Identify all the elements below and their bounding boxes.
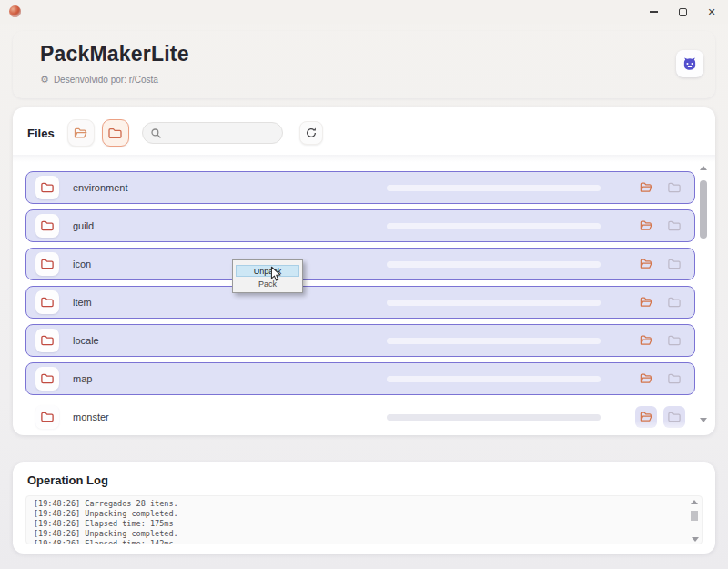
scroll-up-icon[interactable] bbox=[691, 500, 698, 504]
file-row[interactable]: monster bbox=[25, 401, 695, 433]
search-input[interactable] bbox=[167, 128, 275, 138]
unpack-row-button[interactable] bbox=[635, 406, 657, 428]
folder-icon bbox=[40, 257, 55, 271]
progress-strip bbox=[387, 185, 601, 191]
pack-row-button[interactable] bbox=[663, 291, 685, 313]
files-section-label: Files bbox=[27, 127, 55, 140]
pack-all-button[interactable] bbox=[102, 119, 129, 147]
log-line: [19:48:26] Unpacking completed. bbox=[34, 509, 683, 519]
file-name: environment bbox=[73, 182, 128, 193]
header-card: PackMakerLite ⚙ Desenvolvido por: r/Cost… bbox=[13, 31, 715, 98]
context-menu-item[interactable]: Unpack bbox=[236, 265, 299, 277]
folder-icon bbox=[40, 180, 55, 195]
mascot-button[interactable] bbox=[676, 50, 703, 77]
unpack-all-button[interactable] bbox=[67, 119, 95, 147]
gear-icon: ⚙ bbox=[40, 74, 49, 86]
open-folder-icon bbox=[73, 126, 88, 141]
file-name: item bbox=[73, 297, 92, 308]
minimize-button[interactable] bbox=[648, 6, 659, 17]
open-folder-icon bbox=[639, 410, 653, 424]
files-toolbar: Files bbox=[27, 119, 323, 147]
folder-chip bbox=[35, 405, 59, 429]
row-actions bbox=[635, 291, 685, 313]
open-folder-icon bbox=[639, 295, 653, 310]
close-button[interactable]: ✕ bbox=[706, 6, 717, 17]
app-logo-icon bbox=[9, 5, 21, 17]
pack-row-button[interactable] bbox=[663, 368, 685, 390]
cursor-arrow-icon bbox=[270, 266, 284, 283]
progress-strip bbox=[387, 223, 601, 229]
page-title: PackMakerLite bbox=[40, 42, 189, 66]
app-window: ✕ PackMakerLite ⚙ Desenvolvido por: r/Co… bbox=[0, 0, 728, 569]
file-name: guild bbox=[73, 220, 94, 231]
search-box bbox=[142, 122, 283, 144]
unpack-row-button[interactable] bbox=[635, 253, 657, 275]
maximize-button[interactable] bbox=[677, 6, 688, 17]
operation-log-box: [19:48:26] Carregados 28 itens. [19:48:2… bbox=[25, 495, 703, 544]
file-row[interactable]: environment bbox=[25, 171, 695, 204]
titlebar: ✕ bbox=[0, 0, 728, 24]
minimize-icon bbox=[650, 11, 658, 12]
file-name: icon bbox=[73, 259, 91, 269]
file-name: monster bbox=[73, 412, 109, 422]
file-row[interactable]: guild bbox=[25, 209, 695, 242]
pack-row-button[interactable] bbox=[663, 330, 685, 351]
unpack-row-button[interactable] bbox=[635, 291, 657, 313]
log-scrollbar[interactable] bbox=[690, 500, 699, 542]
folder-chip bbox=[35, 367, 59, 391]
open-folder-icon bbox=[639, 218, 653, 233]
row-actions bbox=[635, 330, 685, 351]
open-folder-icon bbox=[639, 371, 653, 386]
open-folder-icon bbox=[639, 180, 653, 195]
scroll-down-icon[interactable] bbox=[700, 418, 707, 422]
scroll-up-icon[interactable] bbox=[700, 166, 707, 170]
row-actions bbox=[635, 406, 685, 428]
close-icon: ✕ bbox=[707, 7, 715, 17]
closed-folder-icon bbox=[667, 333, 682, 348]
file-row[interactable]: locale bbox=[25, 324, 695, 357]
maximize-icon bbox=[679, 8, 687, 16]
unpack-row-button[interactable] bbox=[635, 368, 657, 390]
row-actions bbox=[635, 215, 685, 237]
folder-icon bbox=[40, 218, 55, 233]
folder-icon bbox=[40, 333, 55, 348]
context-menu-item[interactable]: Pack bbox=[236, 278, 299, 290]
unpack-row-button[interactable] bbox=[635, 215, 657, 237]
open-folder-icon bbox=[639, 257, 653, 271]
files-scrollbar[interactable] bbox=[698, 166, 709, 422]
row-actions bbox=[635, 253, 685, 275]
unpack-row-button[interactable] bbox=[635, 330, 657, 351]
folder-chip bbox=[35, 252, 59, 276]
file-row[interactable]: icon bbox=[25, 248, 695, 280]
subtitle-text: Desenvolvido por: r/Costa bbox=[54, 75, 158, 85]
pack-row-button[interactable] bbox=[663, 215, 685, 237]
closed-folder-icon bbox=[667, 371, 682, 386]
pack-row-button[interactable] bbox=[663, 406, 685, 428]
pack-row-button[interactable] bbox=[663, 177, 685, 198]
files-panel: Files bbox=[13, 107, 715, 435]
unpack-row-button[interactable] bbox=[635, 177, 657, 198]
context-menu: Unpack Pack bbox=[232, 259, 303, 293]
closed-folder-icon bbox=[667, 295, 682, 310]
file-row[interactable]: item bbox=[25, 286, 695, 319]
folder-icon bbox=[40, 410, 55, 424]
scrollbar-thumb[interactable] bbox=[691, 511, 698, 521]
folder-chip bbox=[35, 176, 59, 199]
closed-folder-icon bbox=[667, 180, 682, 195]
file-row[interactable]: map bbox=[25, 362, 695, 395]
folder-chip bbox=[35, 329, 59, 352]
scrollbar-thumb[interactable] bbox=[700, 180, 707, 239]
pack-row-button[interactable] bbox=[663, 253, 685, 275]
refresh-button[interactable] bbox=[299, 121, 323, 145]
row-actions bbox=[635, 177, 685, 198]
folder-chip bbox=[35, 290, 59, 314]
file-list: environment bbox=[25, 160, 695, 433]
mouse-cursor bbox=[270, 266, 284, 283]
log-line: [19:48:26] Carregados 28 itens. bbox=[34, 499, 683, 509]
closed-folder-icon bbox=[107, 126, 123, 141]
file-name: map bbox=[73, 373, 92, 384]
operation-log-panel: Operation Log [19:48:26] Carregados 28 i… bbox=[13, 462, 715, 554]
folder-icon bbox=[40, 371, 55, 386]
window-controls: ✕ bbox=[648, 0, 717, 24]
scroll-down-icon[interactable] bbox=[692, 537, 699, 542]
